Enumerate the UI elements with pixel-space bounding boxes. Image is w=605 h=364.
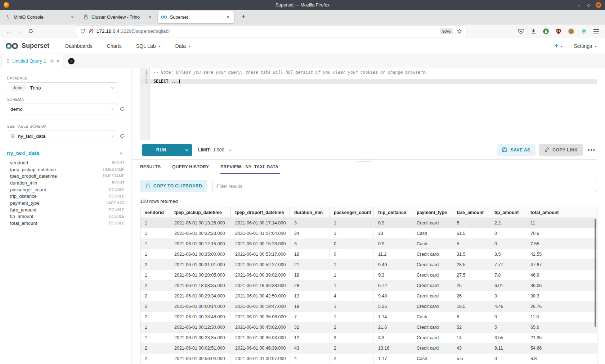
- copy-to-clipboard-button[interactable]: COPY TO CLIPBOARD: [140, 180, 207, 192]
- table-cell: 2021-06-01 01:07:04.000: [231, 228, 290, 239]
- filter-results-input[interactable]: [212, 180, 597, 192]
- table-cell: 1: [140, 270, 170, 281]
- nav-item-dashboards[interactable]: Dashboards: [65, 43, 93, 49]
- run-query-button[interactable]: RUN: [142, 144, 192, 156]
- new-tab-button[interactable]: +: [238, 13, 248, 21]
- table-scrollbar[interactable]: [595, 219, 596, 327]
- column-header[interactable]: tpep_dropoff_datetime: [231, 207, 290, 218]
- zoom-level-badge[interactable]: 90%: [440, 28, 453, 34]
- results-pane: RESULTSQUERY HISTORYPREVIEW: `NY_TAXI_DA…: [132, 160, 597, 364]
- insecure-lock-icon[interactable]: [88, 28, 94, 34]
- table-cell: Cash: [412, 228, 452, 239]
- bookmark-star-icon[interactable]: [457, 28, 462, 34]
- column-header[interactable]: payment_type: [412, 207, 452, 218]
- minimize-icon[interactable]: ⌄: [576, 2, 582, 8]
- database-label: DATABASE: [7, 76, 125, 80]
- plus-circle-icon: +: [68, 58, 75, 64]
- see-table-schema-label: SEE TABLE SCHEMA: [7, 124, 125, 128]
- results-tab-query-history[interactable]: QUERY HISTORY: [172, 160, 209, 174]
- column-header[interactable]: fare_amount: [452, 207, 490, 218]
- limit-dropdown[interactable]: LIMIT: 1 000: [198, 147, 232, 153]
- column-header[interactable]: vendorid: [140, 207, 170, 218]
- table-cell: 61.5: [452, 228, 490, 239]
- column-type: BIGINT: [112, 181, 125, 185]
- database-select[interactable]: trino Trino: [7, 82, 118, 93]
- url-text[interactable]: 172.18.0.4:32295/superset/sqllab/: [97, 28, 170, 34]
- copy-link-button[interactable]: COPY LINK: [539, 144, 583, 156]
- column-header[interactable]: trip_distance: [374, 207, 412, 218]
- table-row: 22021-06-01 00:28:48.0002021-06-01 00:36…: [140, 312, 597, 322]
- column-type: DOUBLE: [109, 214, 125, 218]
- results-table-container: vendoridtpep_pickup_datetimetpep_dropoff…: [140, 207, 597, 364]
- table-cell: 70.6: [526, 228, 597, 239]
- browser-tab[interactable]: MinIO Console ×: [2, 12, 79, 23]
- nav-item-sql-lab[interactable]: SQL Lab: [136, 43, 161, 49]
- schema-column-row: fare_amount DOUBLE: [7, 206, 125, 213]
- refresh-schemas-icon[interactable]: [120, 106, 125, 112]
- column-header[interactable]: tip_amount: [490, 207, 526, 218]
- query-tab-close-icon[interactable]: ×: [57, 58, 59, 64]
- table-cell: 2: [330, 343, 374, 354]
- column-header[interactable]: duration_min: [290, 207, 330, 218]
- table-cell: 54.66: [526, 343, 597, 354]
- query-tab[interactable]: Untitled Query 1 ×: [3, 54, 63, 68]
- column-name: tip_amount: [10, 214, 33, 219]
- schema-select[interactable]: demo: [7, 104, 118, 114]
- table-cell: 2021-06-01 00:19:47.000: [231, 301, 290, 312]
- reload-button[interactable]: [25, 26, 36, 36]
- drag-grip-icon[interactable]: [7, 59, 9, 63]
- pocket-icon[interactable]: [517, 28, 524, 35]
- table-cell: 1: [330, 301, 374, 312]
- column-type: TIMESTAMP: [103, 174, 125, 178]
- more-options-icon[interactable]: •••: [586, 147, 597, 153]
- browser-tab[interactable]: Superset ×: [158, 11, 234, 23]
- table-cell: 12: [290, 333, 330, 343]
- table-cell: 0: [490, 354, 526, 364]
- save-as-button[interactable]: SAVE AS: [497, 144, 535, 156]
- table-cell: 6.01: [490, 281, 526, 291]
- table-cell: 1: [140, 249, 170, 260]
- forward-button[interactable]: →: [14, 26, 25, 36]
- url-bar[interactable]: 172.18.0.4:32295/superset/sqllab/ 90%: [76, 26, 466, 37]
- collapse-table-icon[interactable]: [119, 151, 123, 155]
- schema-column-row: passenger_count DOUBLE: [7, 186, 125, 193]
- refresh-tables-icon[interactable]: [120, 133, 125, 138]
- column-header[interactable]: total_amount: [526, 207, 597, 218]
- sql-comment: -- Note: Unless you save your query, the…: [153, 70, 428, 75]
- nav-item-data[interactable]: Data: [175, 43, 191, 49]
- browser-tab[interactable]: Cluster Overview - Trino ×: [80, 12, 156, 23]
- column-header[interactable]: passenger_count: [330, 207, 374, 218]
- add-new-button[interactable]: +: [555, 42, 563, 50]
- pane-resize-handle[interactable]: [357, 159, 372, 163]
- results-tab-preview[interactable]: PREVIEW: `NY_TAXI_DATA`: [220, 160, 280, 174]
- window-close-icon[interactable]: ✕: [596, 2, 601, 8]
- table-name-link[interactable]: ny_taxi_data: [7, 150, 40, 156]
- tab-close-icon[interactable]: ×: [147, 14, 153, 20]
- tab-close-icon[interactable]: ×: [225, 14, 231, 20]
- nav-item-charts[interactable]: Charts: [107, 43, 122, 49]
- schema-column-row: total_amount DOUBLE: [7, 220, 125, 227]
- table-schema-select[interactable]: ny_taxi_data: [7, 131, 118, 141]
- superset-logo[interactable]: Superset: [5, 42, 49, 50]
- column-header[interactable]: tpep_pickup_datetime: [170, 207, 231, 218]
- table-cell: 8: [452, 312, 490, 322]
- sql-editor[interactable]: 1 -- Note: Unless you save your query, t…: [132, 68, 597, 140]
- shield-icon[interactable]: [80, 28, 85, 34]
- privacy-badger-icon[interactable]: [542, 28, 550, 35]
- results-tab-results[interactable]: RESULTS: [140, 160, 161, 174]
- ublock-icon[interactable]: [555, 28, 562, 35]
- back-button[interactable]: ←: [4, 26, 14, 36]
- maximize-icon[interactable]: ◇: [586, 2, 592, 8]
- cookie-icon[interactable]: [568, 28, 575, 35]
- settings-menu[interactable]: Settings: [574, 43, 597, 49]
- tab-close-icon[interactable]: ×: [70, 14, 75, 20]
- table-cell: 8.5: [490, 249, 526, 260]
- run-options-chevron-icon[interactable]: [181, 144, 192, 156]
- table-cell: 7.55: [526, 239, 597, 249]
- table-row: 12021-06-01 00:20:05.0002021-06-01 00:39…: [140, 270, 597, 281]
- add-query-tab-button[interactable]: +: [63, 54, 79, 68]
- extension-asterisk-icon[interactable]: [580, 28, 587, 35]
- table-row: 12021-06-01 00:23:35.0002021-06-01 00:36…: [140, 333, 597, 343]
- downloads-icon[interactable]: [530, 28, 537, 35]
- menu-hamburger-icon[interactable]: [593, 28, 600, 35]
